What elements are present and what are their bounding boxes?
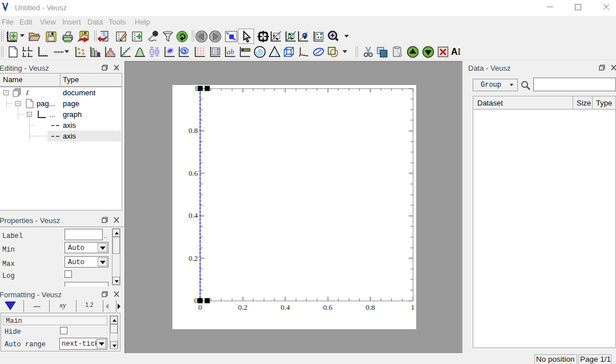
svg-text:0.4: 0.4: [280, 303, 290, 312]
svg-text:1: 1: [411, 303, 415, 312]
svg-text:0.8: 0.8: [365, 303, 375, 312]
svg-text:1: 1: [118, 33, 120, 37]
svg-text:1: 1: [134, 33, 136, 37]
svg-text:1: 1: [194, 85, 198, 92]
svg-text:0.8: 0.8: [188, 126, 198, 135]
svg-text:2: 2: [118, 37, 120, 41]
svg-text:2: 2: [134, 37, 136, 41]
svg-text:0.2: 0.2: [188, 254, 198, 262]
svg-text:ab: ab: [227, 47, 235, 56]
svg-text:0.6: 0.6: [323, 303, 333, 312]
svg-text:0.2: 0.2: [238, 303, 247, 312]
svg-text:0: 0: [194, 296, 198, 305]
svg-text:0.4: 0.4: [188, 211, 198, 220]
svg-text:0.6: 0.6: [188, 169, 198, 177]
svg-text:0: 0: [198, 303, 202, 312]
